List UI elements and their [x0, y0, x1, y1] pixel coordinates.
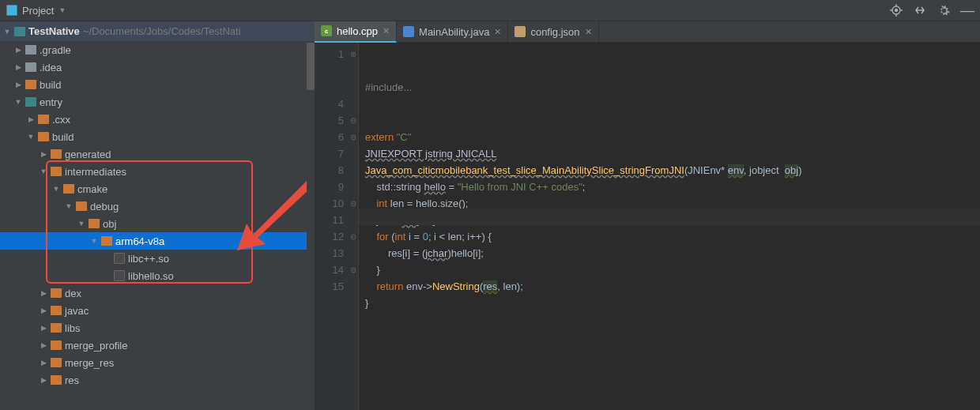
project-dropdown-label[interactable]: Project	[22, 5, 54, 17]
file-icon	[114, 270, 125, 281]
editor-tab[interactable]: config.json✕	[508, 21, 598, 43]
line-number: 13	[315, 245, 344, 261]
gear-icon[interactable]	[937, 4, 950, 17]
editor-tab[interactable]: MainAbility.java✕	[397, 21, 508, 43]
tree-node[interactable]: merge_res	[0, 354, 315, 371]
caret-icon[interactable]	[40, 359, 47, 367]
folder-icon	[38, 115, 49, 124]
folder-icon	[76, 201, 87, 211]
fold-column[interactable]: ⊕⊖⊖⊖⊖⊖	[347, 46, 356, 278]
caret-icon[interactable]	[65, 202, 73, 210]
folder-icon	[25, 97, 36, 107]
tree-node[interactable]: obj	[0, 215, 315, 232]
tree-node[interactable]: libc++.so	[0, 250, 315, 267]
caret-icon[interactable]	[40, 376, 47, 384]
code-area[interactable]: #include... extern "C" JNIEXPORT jstring…	[359, 43, 980, 410]
tree-node[interactable]: libs	[0, 319, 315, 337]
collapse-icon[interactable]	[914, 4, 926, 17]
node-label: .idea	[40, 62, 62, 73]
cpp-file-icon: c	[321, 25, 332, 36]
tree-node[interactable]: cmake	[0, 180, 315, 197]
folder-icon	[89, 219, 100, 228]
tree-node[interactable]: generated	[0, 145, 315, 163]
chevron-down-icon[interactable]: ▼	[58, 6, 66, 14]
node-label: javac	[65, 305, 89, 317]
code-editor[interactable]: ⊕⊖⊖⊖⊖⊖ 1 456789101112131415 #include... …	[315, 43, 980, 410]
caret-icon[interactable]	[52, 185, 60, 193]
folder-icon	[25, 62, 36, 72]
scrollbar-thumb[interactable]	[307, 43, 315, 90]
caret-icon[interactable]	[14, 81, 22, 88]
file-icon	[114, 253, 125, 264]
tree-node[interactable]: arm64-v8a	[0, 232, 315, 250]
svg-point-1	[895, 9, 898, 12]
line-number: 11	[315, 212, 344, 228]
folder-icon	[51, 340, 62, 350]
tree-node[interactable]: build	[0, 76, 315, 93]
caret-icon[interactable]	[14, 63, 22, 71]
caret-icon[interactable]	[40, 341, 47, 349]
tree-node[interactable]: res	[0, 371, 315, 389]
tree-node[interactable]: intermediates	[0, 163, 315, 180]
line-number: 14	[315, 261, 344, 278]
editor-tabs: chello.cpp✕MainAbility.java✕config.json✕	[315, 21, 980, 43]
target-icon[interactable]	[890, 4, 903, 17]
node-label: res	[65, 374, 79, 386]
tree-node[interactable]: .idea	[0, 58, 315, 76]
caret-icon[interactable]	[40, 150, 47, 158]
project-root-row[interactable]: TestNative ~/Documents/Jobs/Codes/TestNa…	[0, 21, 315, 41]
node-label: cmake	[77, 183, 107, 195]
project-sidebar: TestNative ~/Documents/Jobs/Codes/TestNa…	[0, 21, 315, 410]
project-tree[interactable]: .gradle.ideabuildentry.cxxbuildgenerated…	[0, 41, 315, 410]
tree-node[interactable]: merge_profile	[0, 337, 315, 354]
caret-icon[interactable]	[27, 115, 35, 123]
caret-icon[interactable]	[40, 289, 47, 297]
node-label: libs	[65, 322, 81, 334]
line-number: 15	[315, 278, 344, 295]
folder-icon	[38, 132, 49, 141]
tree-node[interactable]: libhello.so	[0, 267, 315, 284]
minimize-icon[interactable]: —	[961, 4, 974, 17]
tree-node[interactable]: dex	[0, 284, 315, 302]
tree-node[interactable]: .cxx	[0, 111, 315, 128]
caret-icon[interactable]	[3, 28, 11, 36]
caret-icon[interactable]	[14, 98, 22, 106]
node-label: .gradle	[40, 44, 71, 56]
current-line-highlight	[359, 209, 980, 225]
folder-icon	[51, 167, 62, 176]
caret-icon[interactable]	[27, 133, 35, 141]
tab-label: hello.cpp	[337, 25, 378, 37]
caret-icon[interactable]	[40, 307, 47, 314]
folder-icon	[51, 375, 62, 385]
tree-node[interactable]: entry	[0, 93, 315, 111]
tab-label: config.json	[530, 26, 579, 38]
caret-icon[interactable]	[40, 167, 47, 175]
tree-node[interactable]: debug	[0, 197, 315, 215]
line-number: 8	[315, 162, 344, 179]
tree-node[interactable]: javac	[0, 302, 315, 319]
node-label: libc++.so	[128, 253, 169, 265]
caret-icon[interactable]	[77, 220, 85, 228]
close-icon[interactable]: ✕	[585, 27, 592, 37]
folder-icon	[51, 306, 62, 315]
sidebar-scrollbar[interactable]	[307, 43, 315, 410]
line-number: 7	[315, 145, 344, 162]
close-icon[interactable]: ✕	[383, 26, 390, 36]
node-label: libhello.so	[128, 270, 174, 282]
tree-node[interactable]: .gradle	[0, 41, 315, 58]
tree-node[interactable]: build	[0, 128, 315, 145]
editor-tab[interactable]: chello.cpp✕	[315, 21, 397, 43]
line-number: 10	[315, 195, 344, 212]
node-label: merge_res	[65, 357, 114, 369]
line-number: 12	[315, 228, 344, 245]
close-icon[interactable]: ✕	[494, 27, 501, 37]
node-label: arm64-v8a	[115, 235, 164, 247]
root-name: TestNative	[28, 25, 80, 37]
caret-icon[interactable]	[90, 237, 98, 245]
caret-icon[interactable]	[14, 46, 22, 54]
caret-icon[interactable]	[40, 324, 47, 332]
node-label: .cxx	[52, 114, 70, 126]
java-file-icon	[403, 26, 414, 37]
line-gutter: ⊕⊖⊖⊖⊖⊖ 1 456789101112131415	[315, 43, 359, 410]
tab-label: MainAbility.java	[419, 26, 489, 38]
